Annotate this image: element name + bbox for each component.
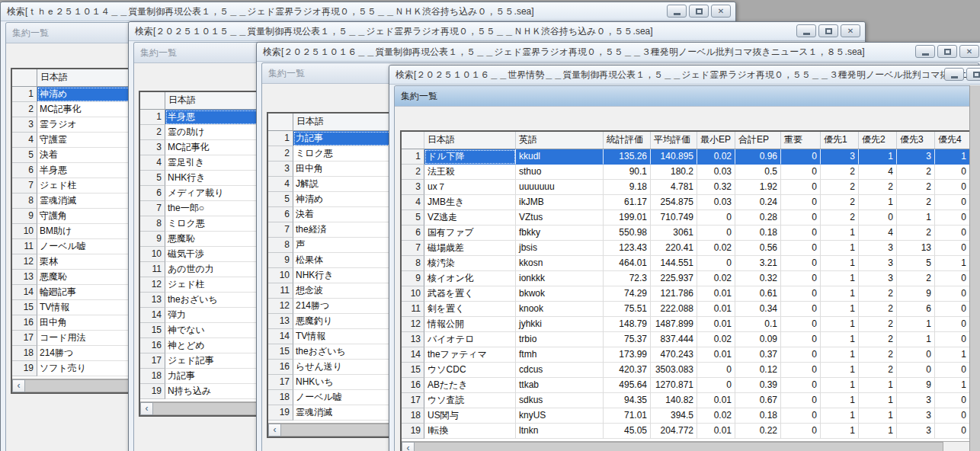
list-item-label[interactable]: 神清め (37, 87, 139, 102)
cell[interactable]: 2 (897, 271, 935, 286)
list-item[interactable]: 5神清め (268, 192, 396, 207)
list-item-label[interactable]: ジェド柱 (37, 178, 139, 194)
list-item[interactable]: 12214勝つ (268, 299, 396, 314)
list-item-label[interactable]: 守護霊 (37, 133, 139, 148)
cell[interactable]: 2 (897, 226, 935, 241)
cell[interactable]: 0 (781, 347, 821, 363)
list-item-label[interactable]: the経済 (293, 222, 396, 238)
cell[interactable]: 1 (859, 408, 897, 424)
cell[interactable]: 0 (781, 363, 821, 378)
list-item[interactable]: 15theおざいち (268, 344, 396, 360)
cell[interactable]: ウソCDC (424, 363, 516, 378)
titlebar[interactable]: 検索[２０２５１０１６＿＿質量制御再現公表１，５＿＿ジェド霊界ラジオ再現０，５５… (257, 43, 980, 62)
cell[interactable]: 72.3 (604, 271, 651, 286)
cell[interactable]: 1.92 (735, 180, 781, 195)
list-item[interactable]: 5決着 (12, 148, 139, 163)
list-item-label[interactable]: 悪魔釣り (293, 314, 396, 329)
list-item-label[interactable]: ジェド柱 (165, 277, 267, 293)
cell[interactable]: 13 (897, 241, 935, 256)
cell[interactable]: 0.02 (697, 241, 735, 256)
list-item[interactable]: 14TV情報 (268, 329, 396, 344)
table-row[interactable]: 13バイオテロtrbio75.37837.4440.020.0901210 (402, 332, 970, 347)
list-item-label[interactable]: ジェド記事 (165, 353, 267, 369)
cell[interactable]: 1 (897, 317, 935, 332)
row-number-header[interactable] (268, 114, 293, 130)
list-item-label[interactable]: ノーベル嘘 (293, 390, 396, 405)
list-item[interactable]: 11想念波 (268, 283, 396, 299)
cell[interactable]: 0 (935, 226, 970, 241)
scroll-left-button[interactable] (12, 379, 25, 392)
cell[interactable]: 140.895 (651, 149, 697, 165)
list-item-label[interactable]: 霊足引き (165, 155, 267, 171)
cell[interactable]: 0.01 (697, 347, 735, 363)
list-item[interactable]: 10NHK行き (268, 268, 396, 283)
cell[interactable]: 550.98 (604, 226, 651, 241)
list-item-label[interactable]: 霊魂消滅 (37, 194, 139, 209)
table-row[interactable]: 6国有ファブfbkky550.98306100.1801420 (402, 226, 970, 241)
cell[interactable]: 180.2 (651, 165, 697, 180)
cell[interactable]: 3 (897, 424, 935, 439)
list-item[interactable]: 17ジェド記事 (140, 353, 267, 369)
cell[interactable]: 1 (821, 256, 859, 271)
cell[interactable]: 1 (935, 256, 970, 271)
list-item[interactable]: 15TV情報 (12, 300, 139, 315)
cell[interactable]: 394.5 (651, 408, 697, 424)
cell[interactable]: 0.32 (735, 271, 781, 286)
cell[interactable]: jbsis (516, 241, 604, 256)
cell[interactable]: 61.17 (604, 195, 651, 210)
list-item[interactable]: 3霊ラジオ (12, 117, 139, 133)
list-item[interactable]: 9松果体 (268, 253, 396, 268)
cell[interactable]: 磁場歳差 (424, 241, 516, 256)
table-row[interactable]: 15ウソCDCcdcus420.373503.08300.1201200 (402, 363, 970, 378)
list-item-label[interactable]: 神清め (293, 192, 396, 207)
cell[interactable]: 法王殺 (424, 165, 516, 180)
cell[interactable]: 0 (935, 393, 970, 408)
scrollbar-thumb[interactable] (25, 379, 139, 392)
list-item[interactable]: 16らせん送り (268, 360, 396, 375)
horizontal-scrollbar[interactable] (12, 379, 139, 392)
cell[interactable]: 1 (935, 149, 970, 165)
cell[interactable]: VZ逃走 (424, 210, 516, 226)
list-item-label[interactable]: あの世の力 (165, 262, 267, 277)
list-item-label[interactable]: ノーベル嘘 (37, 239, 139, 254)
cell[interactable]: ltnkn (516, 424, 604, 439)
list-item-label[interactable]: NHK行き (165, 171, 267, 186)
list-item[interactable]: 12ジェド柱 (140, 277, 267, 293)
titlebar[interactable]: 検索[２０２５１０１６＿＿世界情勢＿＿質量制御再現公表１，５＿＿ジェド霊界ラジオ… (389, 66, 980, 85)
cell[interactable]: 3503.083 (651, 363, 697, 378)
cell[interactable]: 1 (859, 195, 897, 210)
cell[interactable]: 0 (935, 332, 970, 347)
list-item-label[interactable]: 田中角 (37, 315, 139, 331)
cell[interactable]: 0 (781, 302, 821, 317)
cell[interactable]: 1 (821, 241, 859, 256)
cell[interactable]: 0.37 (735, 347, 781, 363)
list-item[interactable]: 18力記事 (140, 369, 267, 384)
list-item-label[interactable]: コード用法 (37, 331, 139, 346)
cell[interactable]: 1 (859, 393, 897, 408)
list-item[interactable]: 6決着 (268, 207, 396, 222)
cell[interactable]: 0 (935, 241, 970, 256)
cell[interactable]: 0 (781, 195, 821, 210)
cell[interactable]: 135.26 (604, 149, 651, 165)
list-item[interactable]: 14弾力 (140, 308, 267, 323)
vertical-scrollbar[interactable] (969, 85, 980, 451)
list-item[interactable]: 16神とどめ (140, 338, 267, 353)
cell[interactable]: 123.43 (604, 241, 651, 256)
table-row[interactable]: 4JMB生きikJMB61.17254.8750.030.2402120 (402, 195, 970, 210)
list-item[interactable]: 9悪魔恥 (140, 232, 267, 247)
cell[interactable]: 144.551 (651, 256, 697, 271)
column-header[interactable]: 合計EP (735, 132, 781, 149)
cell[interactable]: kkudl (516, 149, 604, 165)
cell[interactable]: 0.24 (735, 195, 781, 210)
cell[interactable]: 4 (859, 165, 897, 180)
cell[interactable]: 核イオン化 (424, 271, 516, 286)
list-item[interactable]: 7ジェド柱 (12, 178, 139, 194)
list-item[interactable]: 18214勝つ (12, 346, 139, 361)
cell[interactable]: 0.18 (735, 408, 781, 424)
cell[interactable]: バイオテロ (424, 332, 516, 347)
cell[interactable]: 0 (781, 149, 821, 165)
scrollbar-thumb[interactable] (415, 442, 943, 451)
cell[interactable]: bkwok (516, 286, 604, 302)
cell[interactable]: 0 (897, 363, 935, 378)
maximize-button[interactable] (937, 45, 957, 58)
